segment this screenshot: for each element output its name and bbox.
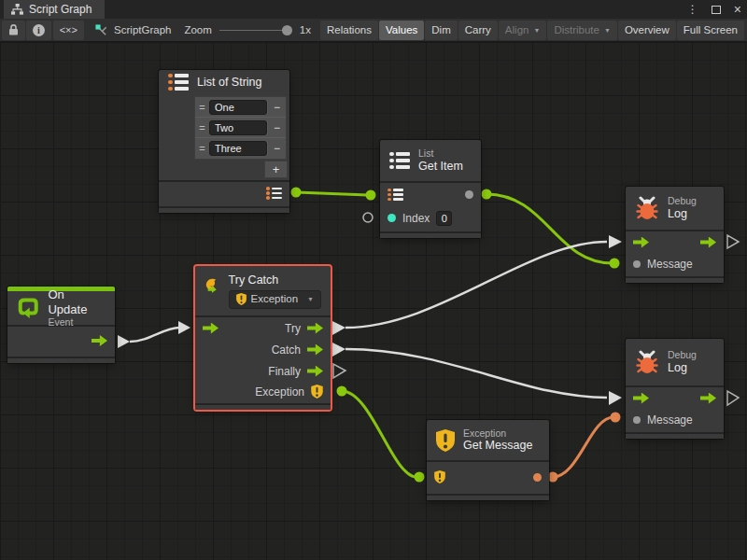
- message-output-port[interactable]: [533, 473, 542, 482]
- graph-name-label: ScriptGraph: [114, 24, 171, 35]
- drag-handle[interactable]: =: [195, 102, 209, 113]
- tab-script-graph[interactable]: Script Graph: [4, 0, 105, 19]
- shield-exclamation-icon[interactable]: [434, 470, 445, 483]
- info-button[interactable]: i: [26, 21, 51, 40]
- values-button[interactable]: Values: [379, 21, 424, 40]
- maximize-icon[interactable]: [712, 6, 721, 14]
- list-output-port[interactable]: [291, 188, 302, 198]
- try-catch-icon: [204, 273, 220, 299]
- carry-button[interactable]: Carry: [458, 21, 498, 40]
- flow-out-port[interactable]: [700, 393, 716, 404]
- align-button[interactable]: Align ▼: [499, 21, 547, 40]
- list-icon[interactable]: [388, 189, 403, 202]
- chevron-down-icon: ▼: [307, 296, 314, 303]
- getmessage-output-port[interactable]: [548, 472, 558, 483]
- zoom-value: 1x: [300, 24, 311, 35]
- item-field-0[interactable]: One: [209, 100, 267, 115]
- list-icon: [168, 74, 189, 91]
- catch-port[interactable]: [307, 344, 323, 356]
- try-port[interactable]: [307, 323, 323, 334]
- getmessage-input-port[interactable]: [415, 472, 425, 483]
- message-port[interactable]: [633, 260, 641, 268]
- onupdate-output-port[interactable]: [118, 335, 130, 348]
- index-value-field[interactable]: 0: [436, 211, 452, 226]
- getitem-input-port[interactable]: [366, 190, 376, 201]
- node-debug-log-bottom[interactable]: Debug Log Message: [626, 339, 724, 439]
- graph-reference[interactable]: ScriptGraph: [94, 23, 171, 37]
- index-port[interactable]: [388, 214, 396, 222]
- hierarchy-icon: [11, 4, 23, 15]
- catch-label: Catch: [272, 343, 301, 357]
- message-port[interactable]: [633, 416, 641, 424]
- wire-list-to-getitem[interactable]: [296, 192, 368, 195]
- exception-type-dropdown[interactable]: Exception ▼: [229, 290, 321, 309]
- bug-icon: [635, 196, 659, 220]
- code-button[interactable]: <×>: [53, 21, 84, 40]
- node-footer: [7, 357, 115, 363]
- getitem-output-port[interactable]: [482, 189, 492, 200]
- bottom-log-message-port[interactable]: [611, 413, 621, 423]
- zoom-slider[interactable]: [219, 21, 292, 40]
- add-item-button[interactable]: +: [264, 161, 288, 178]
- node-try-catch[interactable]: Try Catch Exception ▼ Try: [195, 266, 331, 410]
- wire-exception-to-getmessage[interactable]: [342, 391, 416, 477]
- node-debug-log-top[interactable]: Debug Log Message: [626, 187, 724, 283]
- node-header: List Get Item: [380, 140, 481, 183]
- exception-row: Exception: [195, 382, 331, 401]
- flow-row: [626, 231, 724, 253]
- item-field-2[interactable]: Three: [209, 141, 267, 156]
- drag-handle[interactable]: =: [195, 143, 209, 154]
- flow-in-port[interactable]: [633, 393, 649, 404]
- top-log-message-port[interactable]: [610, 259, 620, 269]
- shield-exclamation-icon[interactable]: [311, 385, 323, 399]
- overview-button[interactable]: Overview: [618, 21, 676, 40]
- message-label: Message: [647, 258, 693, 271]
- dropdown-value: Exception: [251, 293, 299, 306]
- remove-item-button[interactable]: −: [267, 101, 286, 114]
- flow-out-port[interactable]: [92, 335, 107, 346]
- finally-output-port[interactable]: [333, 364, 345, 378]
- zoom-slider-handle[interactable]: [282, 25, 292, 35]
- fullscreen-button[interactable]: Full Screen: [677, 21, 744, 40]
- dim-button[interactable]: Dim: [425, 21, 457, 40]
- finally-port[interactable]: [307, 366, 323, 377]
- finally-label: Finally: [268, 365, 301, 378]
- node-footer: [427, 494, 549, 500]
- lock-button[interactable]: [2, 21, 25, 40]
- flow-in-port[interactable]: [203, 323, 218, 334]
- getitem-index-port-unconnected[interactable]: [363, 213, 373, 222]
- node-get-item[interactable]: List Get Item Index 0: [380, 140, 481, 238]
- graph-canvas[interactable]: List of String = One − = Two − = Three −: [0, 42, 747, 560]
- index-input-row: Index 0: [380, 206, 481, 230]
- node-header: Debug Log: [626, 339, 724, 387]
- node-get-message[interactable]: Exception Get Message: [427, 420, 549, 500]
- graph-toolbar: i <×> ScriptGraph Zoom 1x Relations Valu…: [0, 19, 747, 42]
- close-icon[interactable]: ×: [734, 3, 741, 16]
- bottom-log-continue-port[interactable]: [727, 391, 739, 405]
- drag-handle[interactable]: =: [195, 122, 209, 133]
- kebab-menu-icon[interactable]: ⋮: [687, 3, 698, 16]
- remove-item-button[interactable]: −: [267, 121, 286, 134]
- flow-out-port[interactable]: [700, 237, 716, 248]
- node-on-update[interactable]: On Update Event: [7, 287, 115, 363]
- wire-onupdate-to-trycatch[interactable]: [130, 328, 179, 342]
- chevron-down-icon: ▼: [533, 27, 540, 34]
- remove-item-button[interactable]: −: [267, 142, 286, 155]
- flow-in-port[interactable]: [633, 237, 649, 248]
- relations-button[interactable]: Relations: [320, 21, 378, 40]
- wire-getmessage-to-log-message[interactable]: [553, 417, 613, 477]
- node-list-of-string[interactable]: List of String = One − = Two − = Three −: [159, 70, 289, 213]
- exception-output-port[interactable]: [337, 386, 347, 397]
- try-output-port[interactable]: [332, 321, 345, 335]
- chevron-down-icon: ▼: [604, 27, 611, 34]
- top-log-continue-port[interactable]: [727, 235, 739, 248]
- node-header: Debug Log: [626, 187, 724, 231]
- wire-catch-to-bottom-log[interactable]: [345, 349, 607, 398]
- wire-try-to-top-log[interactable]: [345, 242, 607, 328]
- tab-title: Script Graph: [29, 3, 92, 16]
- exception-input-row: [427, 462, 549, 492]
- catch-output-port[interactable]: [332, 343, 345, 357]
- item-output-port[interactable]: [465, 190, 473, 199]
- distribute-button[interactable]: Distribute ▼: [547, 21, 617, 40]
- item-field-1[interactable]: Two: [209, 120, 267, 135]
